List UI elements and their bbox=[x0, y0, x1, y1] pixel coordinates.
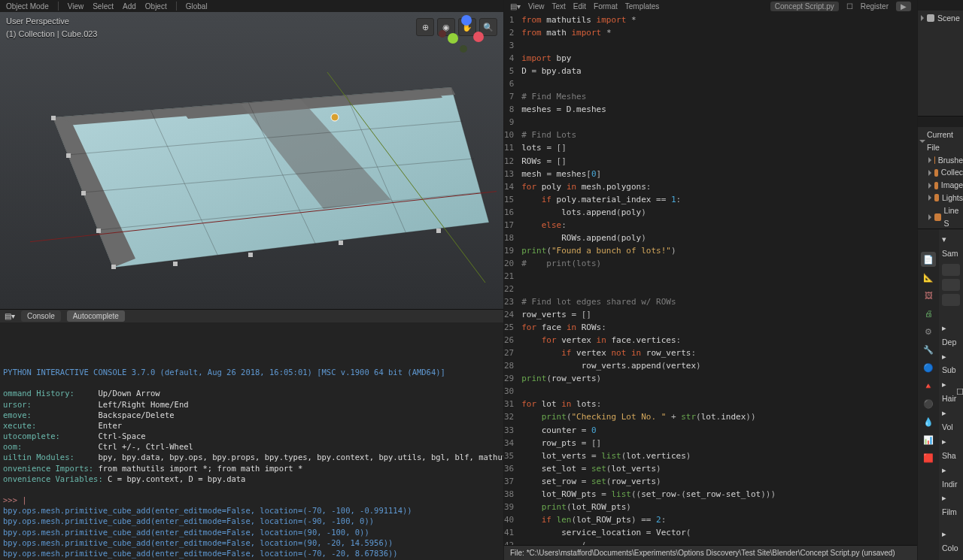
svg-rect-17 bbox=[81, 191, 86, 195]
editor-type-icon[interactable]: ▤▾ bbox=[510, 2, 521, 11]
script-filename[interactable]: Concept Script.py bbox=[770, 2, 839, 11]
mode-selector[interactable]: Object Mode bbox=[6, 2, 49, 11]
file-browser-panel[interactable]: Current File BrusheCollecImageLightsLine… bbox=[918, 117, 963, 229]
svg-rect-19 bbox=[111, 265, 116, 269]
property-tab[interactable]: 🔵 bbox=[921, 360, 936, 375]
outliner-item[interactable]: Lights bbox=[918, 192, 963, 204]
menu-view[interactable]: View bbox=[68, 2, 84, 11]
menu-templates[interactable]: Templates bbox=[625, 2, 660, 11]
svg-point-24 bbox=[331, 114, 339, 121]
property-tab[interactable]: ⚙ bbox=[921, 324, 936, 339]
console-tab[interactable]: Console bbox=[21, 310, 61, 322]
outliner-panel[interactable]: Scene bbox=[918, 0, 963, 117]
menu-select[interactable]: Select bbox=[93, 2, 114, 11]
console-prompt[interactable]: >>> bbox=[3, 495, 22, 504]
property-tab[interactable]: 💧 bbox=[921, 414, 936, 429]
properties-panel[interactable]: 📄📐🖼🖨⚙🔧🔵🔺⚫💧📊🟥 ▾ Sam ▸ Dep ▸ Sub ▸ Hair☐ ▸… bbox=[918, 229, 963, 560]
text-editor-header: ▤▾ View Text Edit Format Templates Conce… bbox=[504, 0, 917, 12]
svg-rect-16 bbox=[66, 153, 71, 158]
register-checkbox-label[interactable]: Register bbox=[861, 2, 889, 11]
svg-rect-21 bbox=[248, 253, 253, 257]
property-tab[interactable]: 🔺 bbox=[921, 378, 936, 393]
run-button[interactable]: ▶ bbox=[896, 2, 911, 11]
property-tab[interactable]: 🔧 bbox=[921, 342, 936, 357]
gizmo-translate-icon[interactable]: ⊕ bbox=[416, 18, 434, 36]
editor-footer: File: *C:\Users\mstafford\Documents\Expe… bbox=[504, 545, 917, 560]
menu-object[interactable]: Object bbox=[145, 2, 167, 11]
orientation-selector[interactable]: Global bbox=[186, 2, 208, 11]
viewport-overlay-text: User Perspective (1) Collection | Cube.0… bbox=[6, 15, 97, 40]
svg-rect-18 bbox=[96, 229, 101, 233]
outliner-item[interactable]: Brushe bbox=[918, 154, 963, 167]
outliner-item[interactable]: Image bbox=[918, 179, 963, 192]
svg-rect-20 bbox=[173, 262, 178, 266]
axis-z-icon[interactable] bbox=[461, 15, 472, 26]
property-tab[interactable]: 🖨 bbox=[921, 306, 936, 321]
property-tab[interactable]: 🖼 bbox=[921, 288, 936, 303]
menu-view[interactable]: View bbox=[528, 2, 545, 11]
autocomplete-tab[interactable]: Autocomplete bbox=[67, 310, 125, 322]
menu-edit[interactable]: Edit bbox=[573, 2, 586, 11]
property-tab[interactable]: 🟥 bbox=[921, 450, 936, 465]
line-gutter: 1 2 3 4 5 6 7 8 9 10 11 12 13 14 15 16 1… bbox=[504, 12, 517, 545]
python-console[interactable]: PYTHON INTERACTIVE CONSOLE 3.7.0 (defaul… bbox=[0, 322, 503, 560]
svg-rect-23 bbox=[436, 229, 441, 233]
menu-text[interactable]: Text bbox=[552, 2, 566, 11]
svg-rect-22 bbox=[339, 241, 343, 245]
viewport-header: Object Mode View Select Add Object Globa… bbox=[0, 0, 503, 12]
menu-format[interactable]: Format bbox=[594, 2, 618, 11]
text-editor-body[interactable]: 1 2 3 4 5 6 7 8 9 10 11 12 13 14 15 16 1… bbox=[504, 12, 917, 545]
menu-add[interactable]: Add bbox=[123, 2, 136, 11]
console-header: ▤▾ Console Autocomplete bbox=[0, 309, 503, 322]
outliner-item[interactable]: Collec bbox=[918, 166, 963, 179]
property-tab[interactable]: 📄 bbox=[921, 252, 936, 267]
3d-viewport[interactable]: User Perspective (1) Collection | Cube.0… bbox=[0, 12, 503, 309]
property-tab[interactable]: ⚫ bbox=[921, 396, 936, 411]
axis-x-icon[interactable] bbox=[473, 32, 484, 42]
terrain-mesh bbox=[30, 72, 497, 283]
property-tab[interactable]: 📐 bbox=[921, 270, 936, 285]
property-tab[interactable]: 📊 bbox=[921, 432, 936, 447]
axis-y-icon[interactable] bbox=[448, 33, 458, 44]
svg-rect-15 bbox=[51, 116, 56, 120]
outliner-item[interactable]: Line S bbox=[918, 204, 963, 229]
axis-gizmo[interactable] bbox=[433, 15, 485, 68]
editor-type-icon[interactable]: ▤▾ bbox=[5, 312, 15, 320]
